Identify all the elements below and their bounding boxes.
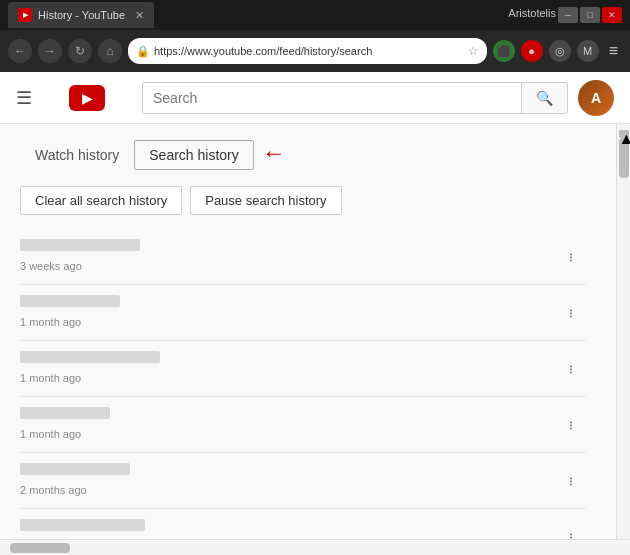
action-buttons: Clear all search history Pause search hi… <box>20 186 586 215</box>
title-bar-left: History - YouTube ✕ <box>8 2 154 28</box>
close-button[interactable]: ✕ <box>602 7 622 23</box>
extension-icon-4[interactable]: M <box>577 40 599 62</box>
item-title-placeholder <box>20 351 160 363</box>
history-item-content: 1 month ago <box>20 407 557 442</box>
search-input[interactable] <box>143 83 521 113</box>
item-timestamp: 2 months ago <box>20 484 87 496</box>
tab-favicon <box>18 8 32 22</box>
list-item: 1 month ago ··· <box>20 341 586 397</box>
list-item: 1 month ago ··· <box>20 285 586 341</box>
item-title-placeholder <box>20 519 145 531</box>
arrow-icon: ← <box>262 141 286 165</box>
clear-history-button[interactable]: Clear all search history <box>20 186 182 215</box>
item-more-icon[interactable]: ··· <box>557 364 586 373</box>
bookmark-star-icon[interactable]: ☆ <box>468 44 479 58</box>
list-item: 2 months ago ··· <box>20 453 586 509</box>
history-item-content: 3 weeks ago <box>20 239 557 274</box>
search-bar[interactable]: 🔍 <box>142 82 568 114</box>
history-item-content: 1 month ago <box>20 295 557 330</box>
back-button[interactable]: ← <box>8 39 32 63</box>
youtube-logo-icon <box>69 85 105 111</box>
history-list: 3 weeks ago ··· 1 month ago ··· 1 month … <box>20 229 586 539</box>
list-item: 3 weeks ago ··· <box>20 229 586 285</box>
nav-icons: ⬛ ● ◎ M ≡ <box>493 40 622 62</box>
minimize-button[interactable]: ─ <box>558 7 578 23</box>
restore-button[interactable]: □ <box>580 7 600 23</box>
scrollbar-up-arrow[interactable]: ▲ <box>619 130 629 138</box>
tabs-row: Watch history Search history ← <box>20 124 586 182</box>
window-controls: Aristotelis ─ □ ✕ <box>508 7 622 23</box>
arrow-indicator: ← <box>262 141 286 165</box>
browser-tab[interactable]: History - YouTube ✕ <box>8 2 154 28</box>
item-more-icon[interactable]: ··· <box>557 420 586 429</box>
avatar[interactable]: A <box>578 80 614 116</box>
item-timestamp: 1 month ago <box>20 316 81 328</box>
history-item-content: 1 month ago <box>20 351 557 386</box>
history-tabs: Watch history Search history <box>20 124 254 182</box>
extension-icon-3[interactable]: ◎ <box>549 40 571 62</box>
search-history-tab[interactable]: Search history <box>134 140 253 170</box>
item-title-placeholder <box>20 295 120 307</box>
youtube-header: ☰ 🔍 A <box>0 72 630 124</box>
forward-button[interactable]: → <box>38 39 62 63</box>
home-button[interactable]: ⌂ <box>98 39 122 63</box>
item-more-icon[interactable]: ··· <box>557 476 586 485</box>
title-bar: History - YouTube ✕ Aristotelis ─ □ ✕ <box>0 0 630 30</box>
hamburger-menu-icon[interactable]: ☰ <box>16 87 32 109</box>
vertical-scrollbar[interactable]: ▲ <box>616 124 630 539</box>
tab-close-button[interactable]: ✕ <box>135 9 144 22</box>
url-text: https://www.youtube.com/feed/history/sea… <box>154 45 464 57</box>
item-title-placeholder <box>20 463 130 475</box>
secure-lock-icon: 🔒 <box>136 45 150 58</box>
browser-menu-button[interactable]: ≡ <box>605 42 622 60</box>
item-title-placeholder <box>20 239 140 251</box>
extension-icon-2[interactable]: ● <box>521 40 543 62</box>
item-timestamp: 1 month ago <box>20 428 81 440</box>
item-timestamp: 3 weeks ago <box>20 260 82 272</box>
item-more-icon[interactable]: ··· <box>557 252 586 261</box>
history-item-content: 2 months ago <box>20 463 557 498</box>
refresh-button[interactable]: ↻ <box>68 39 92 63</box>
history-item-content: 2 months ago <box>20 519 557 539</box>
nav-bar: ← → ↻ ⌂ 🔒 https://www.youtube.com/feed/h… <box>0 30 630 72</box>
username-label: Aristotelis <box>508 7 556 23</box>
main-content: Watch history Search history ← Clear all… <box>0 124 616 539</box>
horizontal-scrollbar[interactable] <box>0 539 630 555</box>
list-item: 2 months ago ··· <box>20 509 586 539</box>
pause-history-button[interactable]: Pause search history <box>190 186 341 215</box>
extension-icon-1[interactable]: ⬛ <box>493 40 515 62</box>
item-more-icon[interactable]: ··· <box>557 308 586 317</box>
item-more-icon[interactable]: ··· <box>557 532 586 539</box>
youtube-logo[interactable] <box>42 82 132 114</box>
list-item: 1 month ago ··· <box>20 397 586 453</box>
watch-history-tab[interactable]: Watch history <box>20 140 134 170</box>
horizontal-scrollbar-thumb[interactable] <box>10 543 70 553</box>
item-title-placeholder <box>20 407 110 419</box>
address-bar[interactable]: 🔒 https://www.youtube.com/feed/history/s… <box>128 38 487 64</box>
item-timestamp: 1 month ago <box>20 372 81 384</box>
search-button[interactable]: 🔍 <box>521 83 567 113</box>
tab-title: History - YouTube <box>38 9 125 21</box>
